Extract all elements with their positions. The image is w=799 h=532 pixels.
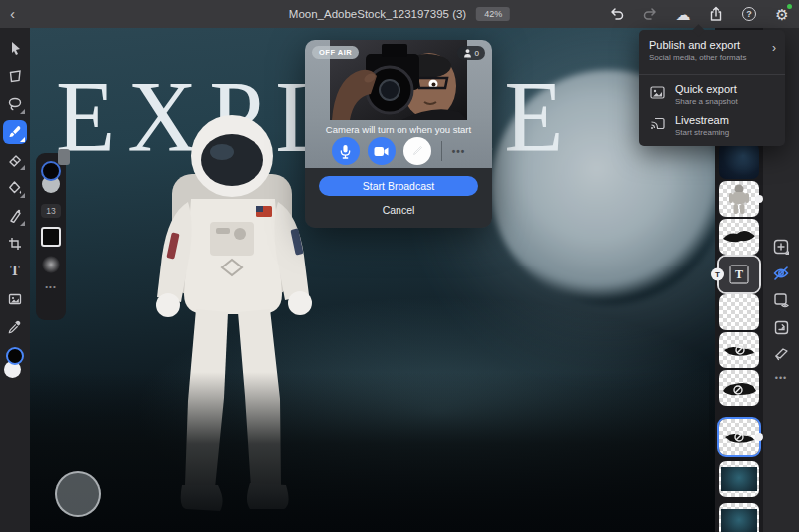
car-thumb-icon	[719, 370, 759, 406]
off-air-badge: OFF AIR	[312, 46, 359, 59]
start-broadcast-button[interactable]: Start Broadcast	[319, 176, 478, 196]
menu-divider	[639, 74, 785, 75]
chevron-right-icon: ›	[772, 42, 776, 54]
cancel-button[interactable]: Cancel	[305, 204, 492, 216]
microphone-toggle-button[interactable]	[332, 137, 360, 165]
top-bar: ‹ Moon_AdobeStock_123197395 (3) 42% ☁ ? …	[0, 0, 799, 28]
livestream-broadcast-dialog: OFF AIR 0 Camera will turn on when you s…	[305, 40, 492, 228]
video-camera-toggle-button[interactable]	[368, 137, 396, 165]
add-layer-icon[interactable]	[772, 238, 790, 256]
layer-more-icon[interactable]: •••	[772, 369, 790, 387]
menu-item-quick-export[interactable]: Quick export Share a snapshot	[675, 83, 738, 106]
brush-shape-preview[interactable]	[41, 227, 61, 247]
settings-gear-icon[interactable]: ⚙	[773, 5, 791, 23]
livestream-icon	[650, 116, 666, 130]
layer-teal-scene-2[interactable]	[719, 503, 759, 532]
type-tool[interactable]: T	[3, 260, 27, 283]
help-icon[interactable]: ?	[740, 5, 758, 23]
brush-hardness-preview[interactable]	[42, 256, 60, 273]
broadcast-controls: •••	[305, 137, 492, 165]
undo-icon[interactable]	[608, 5, 626, 23]
move-tool[interactable]	[3, 36, 27, 60]
retouch-tool[interactable]	[3, 204, 27, 228]
lasso-tool[interactable]	[3, 92, 27, 116]
zoom-level-badge[interactable]: 42%	[476, 7, 510, 21]
broadcast-actions-section: Start Broadcast Cancel	[305, 168, 492, 228]
share-export-menu: Publish and export Social media, other f…	[639, 30, 785, 146]
share-export-icon[interactable]	[707, 5, 725, 23]
back-chevron-icon[interactable]: ‹	[10, 4, 15, 24]
broadcast-preview-section: OFF AIR 0 Camera will turn on when you s…	[305, 40, 492, 168]
eyedropper-tool[interactable]	[3, 315, 27, 339]
astronaut-thumb-icon	[719, 181, 759, 217]
crop-tool[interactable]	[3, 232, 27, 256]
layer-handle-dot[interactable]	[755, 195, 763, 203]
paint-brush-tool[interactable]	[3, 120, 27, 144]
text-layer-badge: T	[711, 268, 724, 281]
cloud-sync-icon[interactable]: ☁	[674, 5, 692, 23]
layer-sunglasses-hidden[interactable]	[719, 332, 759, 368]
layer-astronaut[interactable]	[719, 181, 759, 217]
primary-color-swatch[interactable]	[41, 161, 61, 181]
text-layer-thumb: T	[730, 266, 749, 284]
place-image-tool[interactable]	[3, 287, 27, 311]
brush-more-icon[interactable]: •••	[45, 282, 56, 291]
crocodile-thumb-icon	[719, 219, 759, 255]
layer-car-hidden[interactable]	[719, 370, 759, 406]
ground-artwork	[0, 372, 799, 532]
more-options-button[interactable]: •••	[452, 146, 466, 157]
transform-tool[interactable]	[3, 64, 27, 88]
brush-options-panel: 13 •••	[36, 153, 66, 320]
transform-layer-icon[interactable]	[772, 318, 790, 336]
draw-toggle-button[interactable]	[403, 137, 431, 165]
menu-item-livestream[interactable]: Livestream Start streaming	[675, 114, 729, 137]
layer-empty[interactable]	[719, 294, 759, 330]
sunglasses-thumb-icon	[719, 419, 759, 455]
camera-caption: Camera will turn on when you start	[305, 124, 492, 135]
layer-teal-scene[interactable]	[719, 461, 759, 497]
top-bar-actions: ☁ ? ⚙	[608, 0, 791, 28]
sunglasses-thumb-icon	[719, 332, 759, 368]
layer-moon-sky[interactable]	[719, 143, 759, 179]
touch-shortcut-button[interactable]	[55, 471, 101, 517]
layer-crocodile-shadow[interactable]	[719, 219, 759, 255]
layer-properties-icon[interactable]	[772, 291, 790, 309]
document-title-group: Moon_AdobeStock_123197395 (3) 42%	[289, 0, 510, 28]
tools-sidebar: T	[0, 28, 30, 532]
photoshop-app-window: EXPLORE	[0, 0, 799, 532]
visibility-off-icon[interactable]	[772, 265, 790, 282]
brush-color-pair[interactable]	[39, 161, 63, 195]
layer-sunglasses-selected[interactable]	[719, 419, 759, 455]
eraser-tool[interactable]	[3, 148, 27, 172]
person-icon	[463, 48, 472, 58]
fill-tool[interactable]	[3, 176, 27, 200]
viewer-count-badge: 0	[457, 46, 485, 60]
menu-item-publish-export[interactable]: Publish and export Social media, other f…	[649, 39, 765, 62]
brush-size-value[interactable]: 13	[41, 204, 61, 218]
status-dot	[787, 4, 792, 9]
layer-handle-dot[interactable]	[755, 433, 763, 441]
layer-effects-icon[interactable]	[772, 344, 790, 362]
layer-headline-text[interactable]: T T	[719, 257, 759, 292]
image-icon	[650, 85, 666, 99]
document-title: Moon_AdobeStock_123197395 (3)	[289, 8, 466, 20]
color-swatches[interactable]	[3, 347, 27, 383]
redo-icon[interactable]	[641, 5, 659, 23]
controls-divider	[441, 141, 442, 161]
foreground-color-swatch[interactable]	[6, 347, 24, 365]
